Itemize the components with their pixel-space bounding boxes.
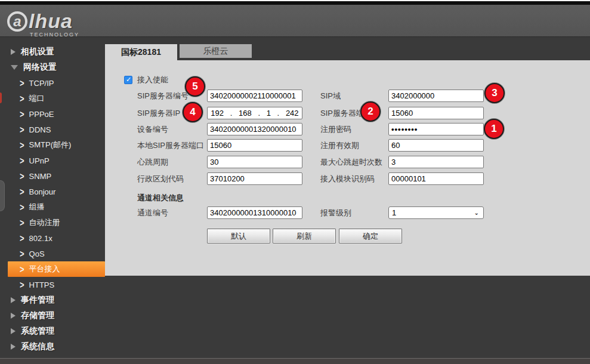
- chevron-right-icon: >: [20, 171, 24, 181]
- sidebar-item-qos[interactable]: >QoS: [0, 246, 105, 261]
- ip-dot: .: [277, 109, 280, 118]
- header-bar: a lhua TECHNOLOGY: [0, 5, 590, 37]
- dahua-logo: a lhua TECHNOLOGY: [7, 10, 79, 38]
- ip-octet-1: 192: [211, 109, 224, 118]
- triangle-right-icon: [11, 344, 16, 350]
- sidebar-item-auto-register[interactable]: >自动注册: [0, 215, 105, 230]
- sidebar-item-storage-management[interactable]: 存储管理: [0, 308, 105, 323]
- logo-a-circle-icon: a: [7, 11, 27, 32]
- access-module-id-input[interactable]: [388, 172, 484, 185]
- heartbeat-cycle-label: 心跳周期: [137, 156, 168, 168]
- sidebar-item-bonjour[interactable]: >Bonjour: [0, 184, 105, 199]
- default-button[interactable]: 默认: [207, 229, 270, 243]
- sip-server-ip-label: SIP服务器IP: [137, 107, 180, 119]
- register-valid-period-label: 注册有效期: [320, 139, 359, 152]
- sip-server-id-input[interactable]: [207, 90, 302, 102]
- sip-server-port-input[interactable]: [388, 107, 484, 119]
- ip-octet-2: 168: [239, 109, 252, 118]
- sidebar-item-system-info[interactable]: 系统信息: [0, 339, 105, 354]
- sidebar: 相机设置 网络设置 >TCP/IP >端口 >PPPoE >DDNS >SMTP…: [0, 37, 105, 358]
- sidebar-group-label: 存储管理: [21, 310, 54, 321]
- enable-access-label: 接入使能: [137, 75, 168, 85]
- heartbeat-cycle-input[interactable]: [207, 156, 302, 168]
- sidebar-item-upnp[interactable]: >UPnP: [0, 153, 105, 168]
- sidebar-sub-label: 802.1x: [29, 234, 52, 243]
- sip-domain-label: SIP域: [320, 90, 341, 102]
- sidebar-group-label: 系统信息: [21, 341, 54, 352]
- alarm-level-label: 报警级别: [320, 206, 351, 219]
- sidebar-sub-label: TCP/IP: [29, 79, 54, 88]
- sip-server-ip-input[interactable]: 192 . 168 . 1 . 242: [207, 107, 302, 119]
- chevron-right-icon: >: [20, 233, 24, 243]
- chevron-right-icon: >: [20, 78, 24, 88]
- sidebar-collapse-handle[interactable]: [0, 180, 5, 211]
- sidebar-group-label: 系统管理: [21, 326, 54, 337]
- sidebar-item-port[interactable]: >端口: [0, 91, 105, 106]
- alarm-level-value: 1: [392, 208, 396, 217]
- sidebar-item-multicast[interactable]: >组播: [0, 199, 105, 215]
- sip-server-id-label: SIP服务器编号: [137, 90, 189, 102]
- sidebar-sub-label: 端口: [29, 93, 45, 104]
- sidebar-item-system-management[interactable]: 系统管理: [0, 323, 105, 339]
- device-id-input[interactable]: [207, 123, 302, 135]
- sidebar-sub-label: HTTPS: [29, 280, 55, 289]
- logo-wordmark: lhua: [29, 10, 73, 33]
- sidebar-item-https[interactable]: >HTTPS: [0, 277, 105, 292]
- channel-id-label: 通道编号: [137, 206, 168, 219]
- sidebar-sub-label: 平台接入: [29, 264, 60, 274]
- sip-domain-input[interactable]: [388, 90, 484, 102]
- chevron-right-icon: >: [20, 109, 24, 119]
- callout-badge-3: 3: [484, 83, 505, 103]
- channel-id-input[interactable]: [207, 206, 302, 219]
- chevron-right-icon: >: [20, 264, 24, 274]
- sidebar-group-label: 事件管理: [21, 295, 54, 306]
- refresh-button[interactable]: 刷新: [273, 229, 336, 243]
- sidebar-item-network-settings[interactable]: 网络设置: [0, 60, 105, 75]
- sidebar-sub-label: Bonjour: [29, 187, 56, 196]
- chevron-right-icon: >: [20, 248, 24, 259]
- max-heartbeat-timeout-input[interactable]: [388, 156, 484, 168]
- chevron-right-icon: >: [20, 186, 24, 197]
- local-sip-port-input[interactable]: [207, 139, 302, 152]
- local-sip-port-label: 本地SIP服务器端口: [137, 139, 204, 152]
- chevron-right-icon: >: [20, 140, 24, 150]
- chevron-right-icon: >: [20, 202, 24, 212]
- tab-gb28181[interactable]: 国标28181: [105, 44, 177, 60]
- sidebar-sub-label: DDNS: [29, 125, 51, 134]
- sidebar-group-label: 相机设置: [21, 47, 54, 57]
- sidebar-item-camera-settings[interactable]: 相机设置: [0, 44, 105, 60]
- sidebar-sub-label: UPnP: [29, 156, 50, 165]
- sidebar-item-smtp[interactable]: >SMTP(邮件): [0, 137, 105, 153]
- chevron-right-icon: >: [20, 155, 24, 166]
- max-heartbeat-timeout-label: 最大心跳超时次数: [320, 156, 382, 168]
- sidebar-item-tcpip[interactable]: >TCP/IP: [0, 75, 105, 91]
- triangle-right-icon: [11, 313, 16, 319]
- sidebar-item-snmp[interactable]: >SNMP: [0, 168, 105, 184]
- sidebar-sub-label: 自动注册: [29, 217, 60, 228]
- sidebar-group-label: 网络设置: [23, 62, 57, 73]
- admin-region-code-input[interactable]: [207, 172, 302, 185]
- chevron-right-icon: >: [20, 279, 24, 290]
- confirm-button[interactable]: 确定: [339, 229, 402, 243]
- register-password-input[interactable]: [388, 123, 484, 135]
- triangle-down-icon: [11, 65, 18, 70]
- channel-section-title: 通道相关信息: [137, 193, 184, 203]
- register-valid-period-input[interactable]: [388, 139, 484, 152]
- sidebar-item-8021x[interactable]: >802.1x: [0, 230, 105, 246]
- sidebar-item-pppoe[interactable]: >PPPoE: [0, 106, 105, 122]
- sidebar-sub-label: PPPoE: [29, 110, 54, 119]
- sidebar-item-platform-access-active[interactable]: >平台接入: [8, 261, 105, 277]
- tab-lechange[interactable]: 乐橙云: [180, 44, 252, 58]
- chevron-right-icon: >: [20, 217, 24, 228]
- sidebar-sub-label: SNMP: [29, 172, 52, 181]
- sidebar-item-event-management[interactable]: 事件管理: [0, 292, 105, 308]
- enable-access-checkbox[interactable]: [124, 76, 132, 84]
- sidebar-sub-label: SMTP(邮件): [29, 140, 72, 150]
- callout-badge-4: 4: [183, 102, 203, 122]
- chevron-right-icon: >: [20, 93, 24, 104]
- alarm-level-select[interactable]: 1 ⌄: [388, 206, 484, 219]
- triangle-right-icon: [11, 297, 16, 303]
- callout-badge-2: 2: [360, 101, 381, 122]
- sidebar-item-ddns[interactable]: >DDNS: [0, 122, 105, 137]
- notification-notch: [0, 92, 2, 103]
